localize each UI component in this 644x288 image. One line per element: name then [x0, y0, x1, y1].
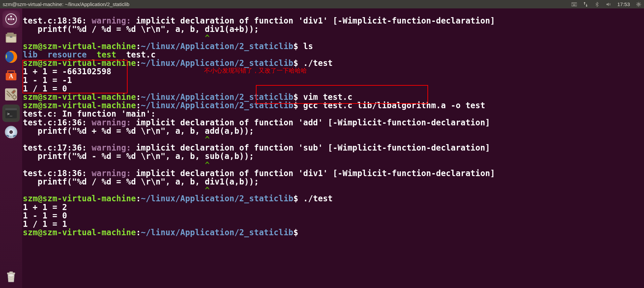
- svg-rect-2: [573, 3, 574, 4]
- terminal-output[interactable]: test.c:18:36: warning: implicit declarat…: [22, 8, 644, 288]
- cursor[interactable]: [298, 228, 303, 237]
- svg-rect-32: [9, 272, 13, 273]
- warn-tag: warning:: [87, 118, 136, 127]
- svg-text:>_: >_: [7, 111, 12, 116]
- warn-fn: div1: [303, 16, 323, 26]
- output-line: 1 + 1 = -663102598: [23, 67, 111, 76]
- launcher-software[interactable]: A: [2, 67, 20, 84]
- cmd-gcc: gcc test.c lib/libalgorithm.a -o test: [298, 101, 485, 110]
- keyboard-icon[interactable]: [571, 2, 577, 7]
- svg-rect-14: [7, 33, 14, 35]
- system-tray: 17:53: [571, 0, 641, 8]
- launcher-firefox[interactable]: [2, 48, 20, 66]
- ls-exec: test: [97, 50, 117, 59]
- output-line: 1 / 1 = 0: [23, 84, 67, 93]
- prompt-path: ~/linux/Application/2_staticlib: [141, 58, 293, 68]
- output-line: 1 - 1 = -1: [23, 76, 72, 85]
- caret-line: ^: [23, 186, 210, 195]
- prompt-userhost: szm@szm-virtual-machine: [23, 42, 136, 51]
- gear-icon[interactable]: [636, 2, 641, 7]
- prompt-path: ~/linux/Application/2_staticlib: [141, 42, 293, 51]
- svg-rect-5: [573, 5, 576, 5]
- warn-location: test.c:18:36:: [23, 16, 87, 26]
- svg-rect-0: [571, 3, 577, 6]
- svg-rect-1: [572, 3, 573, 4]
- unity-launcher: A >_ DVD: [0, 8, 22, 288]
- warn-tag: warning:: [87, 16, 136, 26]
- caret-line: ^: [23, 160, 210, 170]
- code-line: printf("%d + %d = %d \r\n", a, b, add(a,…: [23, 126, 254, 136]
- svg-rect-16: [10, 36, 12, 38]
- svg-text:DVD: DVD: [9, 135, 13, 138]
- cmd-run-test: ./test: [298, 194, 333, 203]
- launcher-terminal[interactable]: >_: [2, 105, 20, 122]
- launcher-disc[interactable]: DVD: [2, 123, 20, 141]
- clock[interactable]: 17:53: [617, 0, 630, 8]
- cmd-vim: vim test.c: [298, 92, 352, 102]
- prompt-userhost: szm@szm-virtual-machine: [23, 228, 136, 237]
- cmd-ls: ls: [298, 42, 313, 51]
- infunc-name: main: [126, 109, 146, 119]
- caret-line: ^: [23, 33, 210, 43]
- output-line: 1 + 1 = 2: [23, 203, 67, 212]
- infunc-file: test.c:: [23, 109, 57, 119]
- ls-dir: resource: [47, 50, 87, 59]
- warn-location: test.c:17:36:: [23, 143, 87, 153]
- code-line: printf("%d / %d = %d \r\n", a, b, div1(a…: [23, 25, 259, 34]
- warn-tag: warning:: [87, 169, 136, 178]
- warn-msg: ' [-Wimplicit-function-declaration]: [323, 16, 495, 26]
- volume-icon[interactable]: [606, 2, 611, 7]
- code-line: printf("%d / %d = %d \r\n", a, b, div1(a…: [23, 177, 259, 187]
- prompt-userhost: szm@szm-virtual-machine: [23, 58, 136, 68]
- ls-file: test.c: [126, 50, 156, 59]
- warn-fn: sub: [303, 143, 318, 153]
- prompt-path: ~/linux/Application/2_staticlib: [141, 101, 293, 110]
- prompt-userhost: szm@szm-virtual-machine: [23, 92, 136, 102]
- warn-location: test.c:16:36:: [23, 118, 87, 127]
- svg-rect-15: [6, 37, 16, 42]
- output-line: 1 - 1 = 0: [23, 211, 67, 220]
- svg-rect-23: [5, 108, 17, 110]
- svg-point-29: [10, 131, 12, 133]
- svg-point-6: [638, 3, 640, 5]
- output-line: 1 / 1 = 1: [23, 219, 67, 229]
- svg-text:A: A: [9, 73, 13, 80]
- svg-point-9: [13, 18, 14, 20]
- warn-msg: implicit declaration of function ': [136, 16, 303, 26]
- svg-point-33: [9, 274, 13, 276]
- window-title: szm@szm-virtual-machine: ~/linux/Applica…: [3, 0, 571, 8]
- code-line: printf("%d - %d = %d \r\n", a, b, sub(a,…: [23, 152, 254, 161]
- window-titlebar: szm@szm-virtual-machine: ~/linux/Applica…: [0, 0, 644, 8]
- prompt-path: ~/linux/Application/2_staticlib: [141, 228, 293, 237]
- prompt-path: ~/linux/Application/2_staticlib: [141, 92, 293, 102]
- prompt-dollar: $: [293, 42, 298, 51]
- svg-rect-4: [575, 3, 576, 4]
- warn-location: test.c:18:36:: [23, 169, 87, 178]
- svg-point-8: [10, 16, 12, 17]
- launcher-settings[interactable]: [2, 86, 20, 103]
- bluetooth-icon[interactable]: [594, 2, 600, 7]
- prompt-userhost: szm@szm-virtual-machine: [23, 194, 136, 203]
- launcher-files[interactable]: [2, 29, 20, 47]
- caret-line: ^: [23, 135, 210, 144]
- warn-fn: add: [303, 118, 318, 127]
- svg-point-11: [10, 18, 12, 20]
- launcher-dash[interactable]: [2, 10, 20, 28]
- prompt-colon: :: [136, 42, 141, 51]
- prompt-userhost: szm@szm-virtual-machine: [23, 101, 136, 110]
- warn-fn: div1: [303, 169, 323, 178]
- network-icon[interactable]: [583, 2, 588, 7]
- launcher-trash[interactable]: [2, 268, 20, 285]
- cmd-run-test: ./test: [298, 58, 333, 68]
- svg-rect-3: [574, 3, 575, 4]
- ls-dir: lib: [23, 50, 38, 59]
- svg-point-10: [8, 18, 10, 20]
- prompt-path: ~/linux/Application/2_staticlib: [141, 194, 293, 203]
- warn-tag: warning:: [87, 143, 136, 153]
